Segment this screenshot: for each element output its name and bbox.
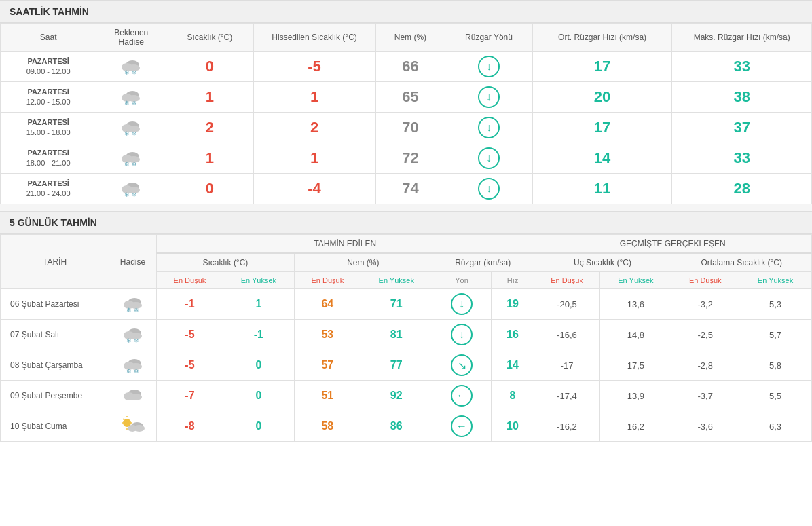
daily-nem-min: 64: [294, 289, 361, 320]
daily-sic-min: -5: [157, 320, 223, 350]
col-tahmin-edilen: TAHMİN EDİLEN: [157, 235, 534, 254]
col-ruzgar-tahmin: Rüzgar (km/sa): [432, 253, 534, 272]
daily-arrow: ←: [432, 381, 492, 411]
daily-uc-max: 14,8: [600, 320, 671, 350]
nem-cell: 74: [375, 174, 445, 204]
col-saat: Saat: [1, 24, 96, 52]
daily-ort-max: 5,8: [739, 350, 812, 381]
wind-direction-icon: ↓: [451, 324, 473, 345]
nem-cell: 70: [375, 113, 445, 143]
maks-hiz-cell: 33: [672, 143, 812, 174]
ort-hiz-cell: 14: [532, 143, 672, 174]
daily-nem-min: 58: [294, 411, 361, 442]
daily-uc-min: -17,4: [534, 381, 600, 411]
maks-hiz-cell: 28: [672, 174, 812, 204]
daily-hiz: 8: [492, 381, 534, 411]
weather-icon-cell: ❄ ❄: [96, 174, 166, 204]
time-cell: PAZARTESİ09.00 - 12.00: [1, 52, 96, 82]
col-hissedilen: Hissedilen Sıcaklık (°C): [253, 24, 375, 52]
maks-hiz-cell: 37: [672, 113, 812, 143]
date-cell: 06 Şubat Pazartesi: [1, 289, 109, 320]
date-cell: 10 Şubat Cuma: [1, 411, 109, 442]
table-row: PAZARTESİ09.00 - 12.00 ❄ ❄ 0 -5 66 ↓ 17 …: [1, 52, 812, 82]
daily-nem-max: 86: [361, 411, 432, 442]
maks-hiz-cell: 33: [672, 52, 812, 82]
col-ruzgar-yonu: Rüzgar Yönü: [445, 24, 532, 52]
daily-arrow: ↘: [432, 350, 492, 381]
col-uc-sic: Uç Sıcaklık (°C): [534, 253, 671, 272]
daily-nem-max: 92: [361, 381, 432, 411]
daily-nem-max: 77: [361, 350, 432, 381]
daily-uc-min: -20,5: [534, 289, 600, 320]
wind-direction-icon: ↓: [478, 56, 500, 77]
svg-text:❄ ❄: ❄ ❄: [126, 307, 139, 313]
daily-arrow: ↓: [432, 289, 492, 320]
col-sicaklik: Sıcaklık (°C): [166, 24, 253, 52]
daily-uc-max: 16,2: [600, 411, 671, 442]
daily-uc-max: 13,9: [600, 381, 671, 411]
daily-weather-icon: ❄ ❄: [109, 320, 157, 350]
wind-direction-icon: ↓: [451, 293, 473, 315]
table-row: 09 Şubat Perşembe -7 0 51 92 ← 8 -17,4 1…: [1, 381, 812, 411]
wind-arrow-cell: ↓: [445, 82, 532, 113]
hissedilen-cell: -4: [253, 174, 375, 204]
daily-arrow: ↓: [432, 320, 492, 350]
table-row: PAZARTESİ21.00 - 24.00 ❄ ❄ 0 -4 74 ↓ 11 …: [1, 174, 812, 204]
daily-sic-max: 0: [223, 381, 294, 411]
hissedilen-cell: -5: [253, 52, 375, 82]
daily-sic-min: -8: [157, 411, 223, 442]
daily-nem-max: 81: [361, 320, 432, 350]
table-row: 08 Şubat Çarşamba ❄ ❄ -5 0 57 77 ↘ 14 -1…: [1, 350, 812, 381]
hourly-table: Saat BeklenenHadise Sıcaklık (°C) Hissed…: [0, 23, 812, 204]
daily-weather-icon: ❄ ❄: [109, 350, 157, 381]
daily-hiz: 10: [492, 411, 534, 442]
time-cell: PAZARTESİ15.00 - 18.00: [1, 113, 96, 143]
wind-direction-icon: ↘: [451, 354, 473, 376]
sicaklik-cell: 1: [166, 143, 253, 174]
col-maks-ruzgar: Maks. Rüzgar Hızı (km/sa): [672, 24, 812, 52]
hourly-section-title: SAATLİK TAHMİN: [0, 0, 812, 23]
daily-ort-max: 5,5: [739, 381, 812, 411]
date-cell: 09 Şubat Perşembe: [1, 381, 109, 411]
nem-cell: 72: [375, 143, 445, 174]
wind-direction-icon: ←: [451, 385, 473, 407]
daily-hiz: 14: [492, 350, 534, 381]
daily-ort-min: -3,2: [671, 289, 739, 320]
daily-hiz: 19: [492, 289, 534, 320]
nem-cell: 65: [375, 82, 445, 113]
col-ort-min: En Düşük: [671, 272, 739, 289]
date-cell: 08 Şubat Çarşamba: [1, 350, 109, 381]
daily-table: TARİH Hadise TAHMİN EDİLEN GEÇMİŞTE GERÇ…: [0, 234, 812, 442]
daily-sic-max: -1: [223, 320, 294, 350]
daily-sic-min: -7: [157, 381, 223, 411]
daily-ort-min: -2,8: [671, 350, 739, 381]
table-row: PAZARTESİ18.00 - 21.00 ❄ ❄ 1 1 72 ↓ 14 3…: [1, 143, 812, 174]
wind-direction-icon: ↓: [478, 147, 500, 169]
daily-sic-max: 1: [223, 289, 294, 320]
daily-sic-min: -1: [157, 289, 223, 320]
wind-direction-icon: ↓: [478, 86, 500, 108]
wind-arrow-cell: ↓: [445, 52, 532, 82]
wind-arrow-cell: ↓: [445, 143, 532, 174]
svg-line-40: [123, 419, 124, 420]
table-row: PAZARTESİ15.00 - 18.00 ❄ ❄ 2 2 70 ↓ 17 3…: [1, 113, 812, 143]
col-sic-max: En Yüksek: [223, 272, 294, 289]
daily-ort-max: 5,3: [739, 289, 812, 320]
sicaklik-cell: 0: [166, 174, 253, 204]
daily-uc-max: 17,5: [600, 350, 671, 381]
nem-cell: 66: [375, 52, 445, 82]
weather-icon-cell: ❄ ❄: [96, 143, 166, 174]
col-uc-min: En Düşük: [534, 272, 600, 289]
hissedilen-cell: 1: [253, 82, 375, 113]
col-nem-tahmin: Nem (%): [294, 253, 432, 272]
col-sic-tahmin: Sıcaklık (°C): [157, 253, 295, 272]
col-yon: Yön: [432, 272, 492, 289]
col-nem-max: En Yüksek: [361, 272, 432, 289]
daily-sic-max: 0: [223, 350, 294, 381]
daily-sic-min: -5: [157, 350, 223, 381]
daily-weather-icon: [109, 381, 157, 411]
svg-text:❄ ❄: ❄ ❄: [124, 161, 137, 167]
wind-direction-icon: ↓: [478, 178, 500, 200]
svg-point-44: [134, 425, 145, 432]
col-nem-min: En Düşük: [294, 272, 361, 289]
